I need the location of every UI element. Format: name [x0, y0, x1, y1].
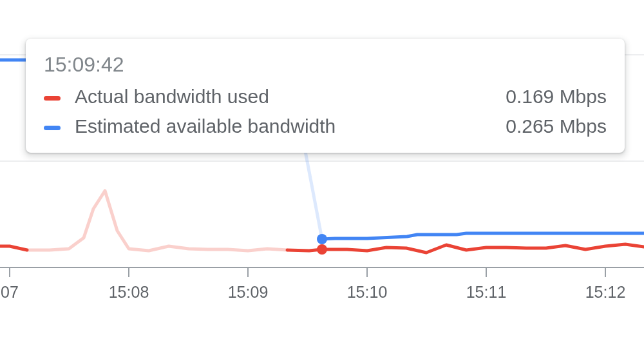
tooltip-label-estimated: Estimated available bandwidth	[75, 115, 336, 137]
tooltip-time: 15:09:42	[44, 53, 607, 77]
tooltip-row-actual: Actual bandwidth used 0.169 Mbps	[44, 86, 607, 108]
legend-swatch-actual	[44, 96, 61, 101]
x-tick-label: 15:08	[109, 283, 149, 301]
tooltip-value-estimated: 0.265 Mbps	[506, 115, 607, 137]
tooltip-value-actual: 0.169 Mbps	[506, 86, 607, 108]
tooltip-row-estimated: Estimated available bandwidth 0.265 Mbps	[44, 115, 607, 137]
x-tick-label: 15:11	[466, 283, 507, 301]
x-tick-label: 15:10	[347, 283, 388, 301]
x-labels: 07 15:08 15:09 15:10 15:11 15:12	[1, 283, 625, 301]
x-ticks	[10, 267, 605, 277]
legend-swatch-estimated	[44, 126, 61, 130]
x-tick-label: 07	[1, 283, 19, 301]
chart-tooltip: 15:09:42 Actual bandwidth used 0.169 Mbp…	[26, 39, 625, 153]
x-tick-label: 15:09	[228, 283, 269, 301]
tooltip-label-actual: Actual bandwidth used	[75, 86, 269, 108]
hover-dot-actual	[317, 244, 327, 255]
bandwidth-chart[interactable]: 07 15:08 15:09 15:10 15:11 15:12 15:09:4…	[0, 0, 644, 339]
hover-dot-estimated	[317, 234, 327, 244]
x-tick-label: 15:12	[585, 283, 626, 301]
